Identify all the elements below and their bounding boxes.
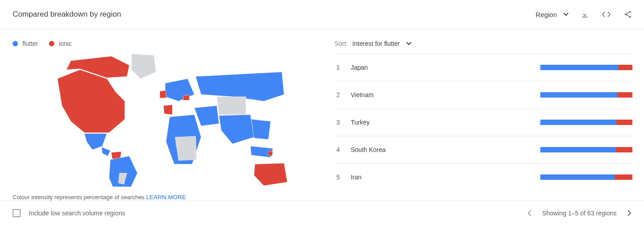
country-name: Turkey <box>351 119 541 126</box>
panel-title: Compared breakdown by region <box>13 10 121 19</box>
panel-header: Compared breakdown by region Region <box>0 0 644 29</box>
bar-ionic <box>617 120 632 125</box>
interest-bar <box>540 92 632 98</box>
bar-ionic <box>616 147 632 152</box>
bar-flutter <box>540 120 617 125</box>
embed-icon[interactable] <box>601 9 612 20</box>
sort-value-label: Interest for flutter <box>352 40 400 47</box>
bar-flutter <box>540 65 618 70</box>
download-icon[interactable] <box>579 9 590 20</box>
legend-label: ionic <box>59 40 72 47</box>
country-name: Iran <box>351 174 541 181</box>
interest-bar <box>540 120 632 125</box>
interest-bar <box>540 65 632 70</box>
sort-row: Sort: Interest for flutter <box>335 40 635 47</box>
sort-label: Sort: <box>335 40 348 47</box>
table-row[interactable]: 2Vietnam <box>335 81 635 108</box>
pagination-text: Showing 1–5 of 63 regions <box>542 210 617 217</box>
rank: 4 <box>337 146 351 153</box>
country-name: Vietnam <box>351 91 541 98</box>
table-row[interactable]: 5Iran <box>335 163 635 191</box>
prev-page-icon[interactable] <box>527 210 531 216</box>
legend: flutter ionic <box>13 40 310 47</box>
share-icon[interactable] <box>622 9 633 20</box>
checkbox-icon[interactable] <box>13 209 21 217</box>
bar-ionic <box>615 174 632 180</box>
learn-more-link[interactable]: LEARN MORE <box>146 194 186 201</box>
low-volume-toggle[interactable]: Include low search volume regions <box>13 209 125 217</box>
checkbox-label: Include low search volume regions <box>29 210 125 217</box>
bar-flutter <box>540 174 615 180</box>
rank: 5 <box>337 174 351 181</box>
map-panel: flutter ionic <box>0 29 322 201</box>
table-row[interactable]: 3Turkey <box>335 108 635 136</box>
region-list-panel: Sort: Interest for flutter 1Japan2Vietna… <box>322 29 644 201</box>
world-map[interactable] <box>39 52 291 187</box>
bar-ionic <box>618 65 632 70</box>
region-dropdown[interactable]: Region <box>535 11 569 18</box>
legend-label: flutter <box>22 40 38 47</box>
legend-item-ionic[interactable]: ionic <box>49 40 72 47</box>
next-page-icon[interactable] <box>627 210 631 216</box>
dot-icon <box>13 41 18 46</box>
content-area: flutter ionic <box>0 29 644 201</box>
bar-flutter <box>540 92 618 98</box>
rank: 1 <box>337 64 351 71</box>
sort-dropdown[interactable]: Interest for flutter <box>352 40 412 47</box>
table-row[interactable]: 4South Korea <box>335 136 635 163</box>
region-dropdown-label: Region <box>535 11 557 18</box>
bar-flutter <box>540 147 616 152</box>
chevron-down-icon <box>406 42 412 45</box>
region-list: 1Japan2Vietnam3Turkey4South Korea5Iran <box>335 54 635 191</box>
rank: 2 <box>337 91 351 98</box>
map-caption: Colour intensity represents percentage o… <box>13 194 310 201</box>
country-name: South Korea <box>351 146 541 153</box>
bar-ionic <box>618 92 632 98</box>
legend-item-flutter[interactable]: flutter <box>13 40 38 47</box>
table-row[interactable]: 1Japan <box>335 54 635 81</box>
country-name: Japan <box>351 64 541 71</box>
chevron-down-icon <box>563 13 569 16</box>
interest-bar <box>540 147 632 152</box>
header-tools: Region <box>535 9 633 20</box>
caption-text: Colour intensity represents percentage o… <box>13 194 145 201</box>
panel-footer: Include low search volume regions Showin… <box>0 201 644 225</box>
rank: 3 <box>337 119 351 126</box>
pagination: Showing 1–5 of 63 regions <box>527 210 631 217</box>
dot-icon <box>49 41 54 46</box>
interest-bar <box>540 174 632 180</box>
